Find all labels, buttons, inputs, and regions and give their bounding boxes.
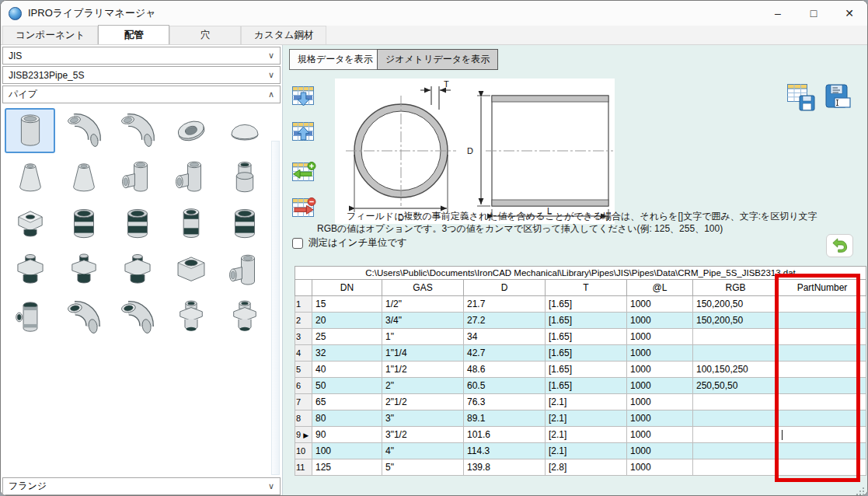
table-cell-gas[interactable]: 5" — [382, 459, 464, 476]
table-cell-l[interactable]: 1000 — [627, 459, 693, 476]
table-cell-t[interactable]: [1.65] — [546, 296, 627, 313]
table-cell-dn[interactable]: 80 — [312, 410, 382, 427]
table-cell-gas[interactable]: 3/4" — [382, 313, 464, 329]
elbow-socket-icon[interactable] — [58, 295, 109, 340]
table-cell-dn[interactable]: 50 — [312, 378, 382, 394]
tee-threaded-icon[interactable] — [219, 248, 270, 293]
table-cell-gas[interactable]: 1" — [382, 329, 464, 345]
table-cell-rgb[interactable] — [693, 329, 779, 345]
table-cell-dn[interactable]: 15 — [312, 296, 382, 313]
table-cell-part[interactable] — [779, 443, 866, 459]
column-header-gas[interactable]: GAS — [382, 280, 464, 296]
column-header-rgb[interactable]: RGB — [693, 280, 779, 296]
table-cell-l[interactable]: 1000 — [627, 296, 693, 313]
table-cell-dn[interactable]: 90 — [312, 427, 382, 443]
save-table-icon[interactable] — [786, 83, 816, 113]
table-cell-l[interactable]: 1000 — [627, 345, 693, 362]
tab-custom-steel[interactable]: カスタム鋼材 — [241, 26, 326, 44]
table-cell-gas[interactable]: 3"1/2 — [382, 427, 464, 443]
table-cell-t[interactable]: [2.1] — [546, 427, 627, 443]
table-cell-rgb[interactable] — [693, 394, 779, 410]
table-cell-gas[interactable]: 1/2" — [382, 296, 464, 313]
table-cell-t[interactable]: [1.65] — [546, 345, 627, 362]
table-cell-d[interactable]: 34 — [464, 329, 546, 345]
flange-ring-icon[interactable] — [166, 108, 216, 153]
table-cell-dn[interactable]: 25 — [312, 329, 382, 345]
table-cell-part[interactable] — [779, 313, 866, 329]
table-cell-d[interactable]: 48.6 — [464, 362, 546, 378]
hex-bushing-icon[interactable] — [5, 248, 55, 293]
coupling-dark-icon[interactable] — [112, 201, 162, 246]
table-cell-l[interactable]: 1000 — [627, 378, 693, 394]
table-cell-rgb[interactable]: 150,200,50 — [693, 313, 779, 329]
table-cell-dn[interactable]: 20 — [312, 313, 382, 329]
elbow-90-icon[interactable] — [58, 108, 109, 153]
row-number[interactable]: 4 — [295, 345, 312, 362]
table-delete-row-icon[interactable] — [291, 196, 316, 221]
table-cell-t[interactable]: [2.1] — [546, 394, 627, 410]
table-cell-gas[interactable]: 4" — [382, 443, 464, 459]
table-cell-t[interactable]: [2.1] — [546, 443, 627, 459]
table-cell-part[interactable] — [779, 410, 866, 427]
table-cell-t[interactable]: [1.65] — [546, 362, 627, 378]
tab-components[interactable]: コンポーネント — [2, 26, 98, 44]
coupling-threaded-icon[interactable] — [58, 201, 109, 246]
table-cell-d[interactable]: 42.7 — [464, 345, 546, 362]
table-cell-t[interactable]: [1.65] — [546, 313, 627, 329]
pipe-cap-icon[interactable] — [219, 108, 270, 153]
table-cell-d[interactable]: 21.7 — [464, 296, 546, 313]
table-cell-d[interactable]: 27.2 — [464, 313, 546, 329]
row-number[interactable]: 2 — [295, 313, 312, 329]
table-cell-rgb[interactable] — [693, 459, 779, 476]
row-number[interactable]: 5 — [295, 362, 312, 378]
minimize-button[interactable]: – — [760, 1, 796, 26]
union-icon[interactable] — [166, 295, 216, 340]
tee-reducing-icon[interactable] — [166, 155, 216, 200]
elbow-90-socket-icon[interactable] — [112, 108, 162, 153]
table-cell-l[interactable]: 1000 — [627, 313, 693, 329]
pipe-straight-icon[interactable] — [5, 108, 55, 153]
table-cell-dn[interactable]: 125 — [312, 459, 382, 476]
table-cell-d[interactable]: 89.1 — [464, 410, 546, 427]
revert-button[interactable] — [826, 234, 853, 257]
table-cell-part[interactable] — [779, 459, 866, 476]
reducer-concentric-icon[interactable] — [58, 155, 109, 200]
hex-bushing-small-icon[interactable] — [112, 248, 162, 293]
table-cell-part[interactable] — [779, 378, 866, 394]
table-cell-d[interactable]: 139.8 — [464, 459, 546, 476]
table-cell-t[interactable]: [1.65] — [546, 378, 627, 394]
tab-holes[interactable]: 穴 — [169, 26, 241, 44]
table-cell-dn[interactable]: 40 — [312, 362, 382, 378]
resize-grip[interactable] — [855, 485, 865, 495]
table-cell-rgb[interactable]: 100,150,250 — [693, 362, 779, 378]
table-cell-gas[interactable]: 1"1/4 — [382, 345, 464, 362]
pipe-section-header[interactable]: パイプ ∧ — [2, 86, 281, 103]
column-header-partnumber[interactable]: PartNumber — [779, 280, 866, 296]
tab-piping[interactable]: 配管 — [98, 25, 169, 44]
row-number[interactable]: 11 — [295, 459, 312, 476]
row-number[interactable]: 3 — [295, 329, 312, 345]
column-header-l[interactable]: @L — [627, 280, 693, 296]
table-cell-t[interactable]: [2.8] — [546, 459, 627, 476]
table-cell-rgb[interactable] — [693, 410, 779, 427]
flange-section-header[interactable]: フランジ ∨ — [2, 477, 281, 495]
scrollbar-track[interactable] — [271, 141, 280, 475]
close-button[interactable]: ✕ — [831, 1, 867, 26]
table-cell-l[interactable]: 1000 — [627, 394, 693, 410]
column-header-t[interactable]: T — [546, 280, 627, 296]
table-cell-gas[interactable]: 3" — [382, 410, 464, 427]
table-cell-d[interactable]: 101.6 — [464, 427, 546, 443]
column-header-d[interactable]: D — [464, 280, 546, 296]
table-cell-l[interactable]: 1000 — [627, 443, 693, 459]
union-small-icon[interactable] — [219, 295, 270, 340]
table-cell-rgb[interactable] — [693, 443, 779, 459]
spec-select[interactable]: JISB2313Pipe_5S ∨ — [2, 66, 281, 84]
row-number[interactable]: 7 — [295, 394, 312, 410]
table-cell-rgb[interactable]: 150,200,50 — [693, 296, 779, 313]
show-standard-data-button[interactable]: 規格データを表示 — [289, 49, 382, 70]
row-number[interactable]: 10 — [295, 443, 312, 459]
standard-select[interactable]: JIS ∨ — [2, 47, 281, 65]
table-cell-l[interactable]: 1000 — [627, 362, 693, 378]
row-number[interactable]: 9 ▶ — [295, 427, 312, 443]
maximize-button[interactable]: □ — [796, 1, 831, 26]
